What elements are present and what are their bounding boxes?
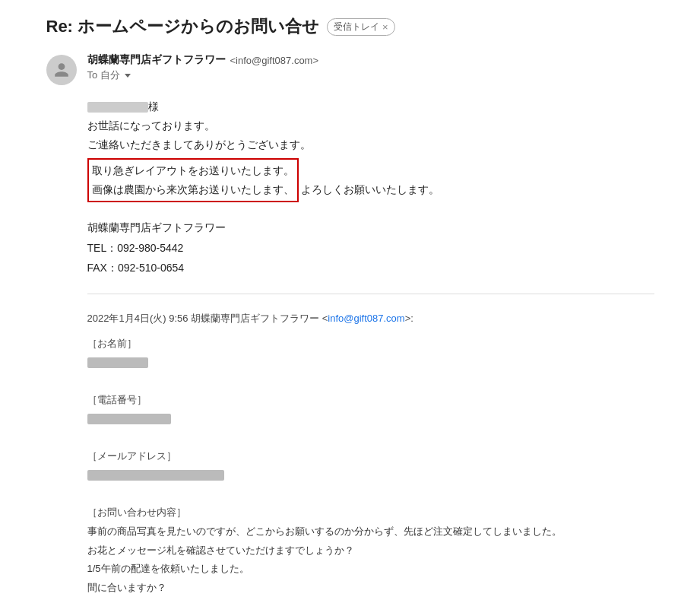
quoted-header-prefix: 2022年1月4日(火) 9:56 胡蝶蘭専門店ギフトフラワー — [87, 313, 320, 324]
sig-company: 胡蝶蘭専門店ギフトフラワー — [87, 217, 654, 238]
email-body: 様 お世話になっております。 ご連絡いただきましてありがとうございます。 取り急… — [87, 97, 654, 598]
badge-label: 受信トレイ — [334, 21, 379, 33]
inquiry-line3: 1/5午前の配達を依頼いたしました。 — [87, 560, 654, 579]
to-label: To 自分 — [87, 68, 120, 82]
inquiry-line4: 間に合いますか？ — [87, 579, 654, 598]
email-container: Re: ホームページからのお問い合せ 受信トレイ × 胡蝶蘭専門店ギフトフラワー… — [24, 0, 677, 600]
suffix-text: よろしくお願いいたします。 — [301, 183, 439, 195]
email-value-redacted — [87, 470, 224, 481]
sender-info: 胡蝶蘭専門店ギフトフラワー <info@gift087.com> To 自分 — [87, 53, 654, 82]
name-redacted — [87, 102, 148, 113]
sender-email: <info@gift087.com> — [230, 55, 319, 66]
field-name-value — [87, 354, 654, 373]
person-icon — [53, 62, 70, 78]
field-phone-value — [87, 410, 654, 429]
field-email-label: ［メールアドレス］ — [87, 447, 654, 466]
avatar — [46, 55, 77, 85]
name-value-redacted — [87, 357, 148, 368]
field-email-value — [87, 466, 654, 485]
field-inquiry-label: ［お問い合わせ内容］ — [87, 503, 654, 522]
email-subject: Re: ホームページからのお問い合せ — [46, 15, 320, 38]
quoted-header-email-link[interactable]: info@gift087.com — [328, 313, 404, 324]
field-name-label: ［お名前］ — [87, 335, 654, 354]
quoted-header: 2022年1月4日(火) 9:56 胡蝶蘭専門店ギフトフラワー <info@gi… — [87, 310, 654, 327]
phone-value-redacted — [87, 414, 171, 424]
highlighted-line2: 画像は農園から来次第お送りいたします、 — [92, 180, 294, 199]
signature-block: 胡蝶蘭専門店ギフトフラワー TEL：092-980-5442 FAX：092-5… — [87, 217, 654, 278]
highlighted-block: 取り急ぎレイアウトをお送りいたします。 画像は農園から来次第お送りいたします、 — [87, 158, 299, 202]
sig-tel: TEL：092-980-5442 — [87, 238, 654, 259]
sender-name-row: 胡蝶蘭専門店ギフトフラワー <info@gift087.com> — [87, 53, 654, 67]
inquiry-line1: 事前の商品写真を見たいのですが、どこからお願いするのか分からず、先ほど注文確定し… — [87, 522, 654, 541]
sender-name: 胡蝶蘭専門店ギフトフラワー — [87, 53, 226, 67]
body-line1: お世話になっております。 — [87, 116, 654, 135]
inbox-badge[interactable]: 受信トレイ × — [327, 18, 395, 36]
greeting-line: 様 — [87, 97, 654, 116]
body-line2: ご連絡いただきましてありがとうございます。 — [87, 135, 654, 154]
inquiry-line2: お花とメッセージ札を確認させていただけますでしょうか？ — [87, 541, 654, 560]
subject-row: Re: ホームページからのお問い合せ 受信トレイ × — [46, 15, 654, 38]
divider — [87, 294, 654, 294]
sig-fax: FAX：092-510-0654 — [87, 258, 654, 278]
quoted-block: ［お名前］ ［電話番号］ ［メールアドレス］ ［お問い合わせ内容］ 事前の商品写… — [87, 335, 654, 598]
email-header: 胡蝶蘭専門店ギフトフラワー <info@gift087.com> To 自分 — [46, 53, 654, 85]
badge-close-button[interactable]: × — [382, 21, 388, 33]
highlighted-line1: 取り急ぎレイアウトをお送りいたします。 — [92, 161, 294, 180]
field-phone-label: ［電話番号］ — [87, 391, 654, 410]
chevron-down-icon[interactable] — [125, 74, 131, 78]
greeting-suffix: 様 — [148, 100, 159, 113]
sender-to[interactable]: To 自分 — [87, 68, 654, 82]
